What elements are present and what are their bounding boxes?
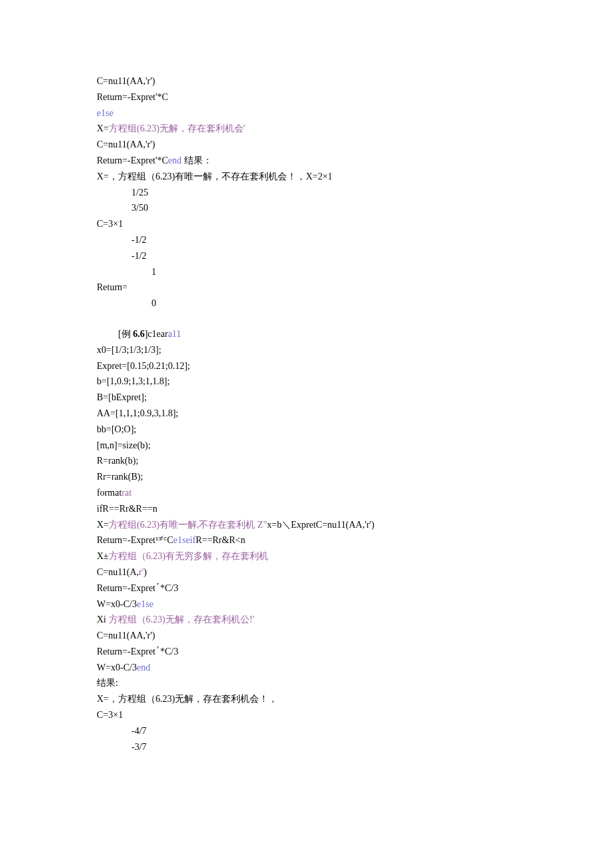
code-line: Return=-Expret¹³ᶠᶜCe1seifR==Rr&R<n	[97, 532, 517, 548]
text-segment: Return=-Expret᾽*C/3	[97, 646, 178, 657]
text-segment: C=nu11(AA,'r')	[97, 630, 155, 640]
text-segment: 6.6	[133, 329, 145, 339]
code-line: C=nu11(A,r')	[97, 564, 517, 580]
text-segment: x=b＼ExpretC=nu11(AA,'r')	[267, 520, 374, 530]
text-segment: e1se	[97, 108, 113, 118]
text-segment: )	[143, 567, 147, 577]
text-segment: W=x0-C/3	[97, 599, 137, 609]
code-line: -4/7	[97, 723, 517, 739]
code-line: Return=-Expret᾽*C/3	[97, 644, 517, 660]
text-segment: C=3×1	[97, 219, 123, 229]
text-segment: 结果:	[97, 678, 118, 688]
text-segment: e1se	[137, 599, 154, 609]
text-segment: Xi	[97, 614, 109, 624]
code-line: [例 6.6]c1eara11	[97, 326, 517, 342]
code-line: R=rank(b);	[97, 453, 517, 469]
text-segment: Return=-Expret'*C	[97, 92, 168, 102]
code-line: X=方程组(6.23)有唯一解,不存在套利机 Z"x=b＼ExpretC=nu1…	[97, 517, 517, 533]
code-line: bb=[O;O];	[97, 422, 517, 438]
code-line: X±方程组（6.23)有无穷多解，存在套利机	[97, 548, 517, 564]
text-segment: X±	[97, 551, 109, 561]
text-segment: X=，方程组（6.23)无解，存在套利机会！，	[97, 694, 278, 704]
text-segment: bb=[O;O];	[97, 424, 136, 434]
code-line: C=nu11(AA,'r')	[97, 137, 517, 153]
text-segment: -4/7	[131, 726, 147, 736]
text-segment: [例	[118, 329, 133, 339]
text-segment: -1/2	[131, 235, 147, 245]
code-line: C=nu11(AA,'r')	[97, 73, 517, 89]
code-line: C=3×1	[97, 707, 517, 723]
code-line: -3/7	[97, 739, 517, 755]
text-segment: -3/7	[131, 742, 147, 752]
text-segment: 方程组(6.23)无解，存在套利机会'	[109, 123, 245, 133]
code-line: W=x0-C/3end	[97, 660, 517, 676]
code-line: -1/2	[97, 232, 517, 248]
text-segment: X=，方程组（6.23)有唯一解，不存在套利机会！，X=2×1	[97, 171, 332, 181]
code-line: Return=	[97, 280, 517, 296]
text-segment: Return=	[97, 282, 127, 292]
text-segment: Expret=[0.15;0.21;0.12];	[97, 361, 190, 371]
code-line: X=方程组(6.23)无解，存在套利机会'	[97, 121, 517, 137]
code-line: X=，方程组（6.23)有唯一解，不存在套利机会！，X=2×1	[97, 169, 517, 185]
text-segment: Rr=rank(B);	[97, 472, 143, 482]
text-segment: end	[137, 663, 150, 673]
code-line: formatrat	[97, 485, 517, 501]
text-segment: 方程组（6.23)无解，存在套利机公!'	[109, 614, 254, 624]
text-segment: Return=-Expret'*C	[97, 155, 168, 165]
text-segment: end	[168, 155, 182, 165]
text-segment: C=nu11(AA,'r')	[97, 76, 155, 86]
code-line: W=x0-C/3e1se	[97, 596, 517, 612]
code-line: 1	[97, 264, 517, 280]
text-segment: R==Rr&R<n	[196, 535, 245, 545]
text-segment: C=nu11(AA,'r')	[97, 139, 155, 149]
text-segment: ]c1ear	[145, 329, 168, 339]
code-line: Return=-Expret᾽*C/3	[97, 580, 517, 596]
text-segment: Return=-Expret᾽*C/3	[97, 583, 178, 593]
text-segment: X=	[97, 123, 109, 133]
text-segment: B=[bExpret];	[97, 392, 147, 402]
code-line: -1/2	[97, 248, 517, 264]
text-segment: 1/25	[131, 187, 148, 197]
code-line: 3/50	[97, 200, 517, 216]
text-segment: 结果：	[182, 155, 212, 165]
text-segment: 方程组(6.23)有唯一解,不存在套利机 Z"	[109, 520, 267, 530]
code-line: B=[bExpret];	[97, 390, 517, 406]
text-segment: b=[1,0.9;1,3;1,1.8];	[97, 376, 170, 386]
text-segment: 方程组（6.23)有无穷多解，存在套利机	[109, 551, 268, 561]
text-segment: [m,n]=size(b);	[97, 440, 151, 450]
code-line: Rr=rank(B);	[97, 469, 517, 485]
text-segment: C=nu11(A,	[97, 567, 139, 577]
code-line: C=3×1	[97, 216, 517, 232]
text-segment: a11	[168, 329, 182, 339]
code-line: AA=[1,1,1;0.9,3,1.8];	[97, 406, 517, 422]
document-body: C=nu11(AA,'r')Return=-Expret'*Ce1seX=方程组…	[97, 73, 517, 755]
text-segment: e1seif	[174, 535, 196, 545]
text-segment: rat	[121, 488, 131, 498]
code-line: C=nu11(AA,'r')	[97, 628, 517, 644]
code-line: 0	[97, 296, 517, 312]
code-line: Xi 方程组（6.23)无解，存在套利机公!'	[97, 612, 517, 628]
text-segment: C=3×1	[97, 710, 123, 720]
code-line: ifR==Rr&R==n	[97, 501, 517, 517]
text-segment: ifR==Rr&R==n	[97, 504, 158, 514]
code-line: x0=[1/3;1/3;1/3];	[97, 342, 517, 358]
text-segment: x0=[1/3;1/3;1/3];	[97, 345, 162, 355]
text-segment: 0	[151, 298, 156, 308]
text-segment: 1	[151, 267, 156, 277]
code-line: Expret=[0.15;0.21;0.12];	[97, 358, 517, 374]
text-segment: Return=-Expret¹³ᶠᶜC	[97, 535, 174, 545]
code-line: 结果:	[97, 675, 517, 691]
text-segment: format	[97, 488, 121, 498]
code-line	[97, 312, 517, 326]
text-segment: AA=[1,1,1;0.9,3,1.8];	[97, 408, 178, 418]
text-segment: R=rank(b);	[97, 456, 138, 466]
text-segment: -1/2	[131, 251, 147, 261]
code-line: Return=-Expret'*Cend 结果：	[97, 153, 517, 169]
code-line: b=[1,0.9;1,3;1,1.8];	[97, 374, 517, 390]
text-segment: W=x0-C/3	[97, 663, 137, 673]
text-segment: X=	[97, 520, 109, 530]
code-line: e1se	[97, 105, 517, 121]
document-page: C=nu11(AA,'r')Return=-Expret'*Ce1seX=方程组…	[0, 0, 614, 868]
code-line: 1/25	[97, 185, 517, 201]
code-line: Return=-Expret'*C	[97, 89, 517, 105]
